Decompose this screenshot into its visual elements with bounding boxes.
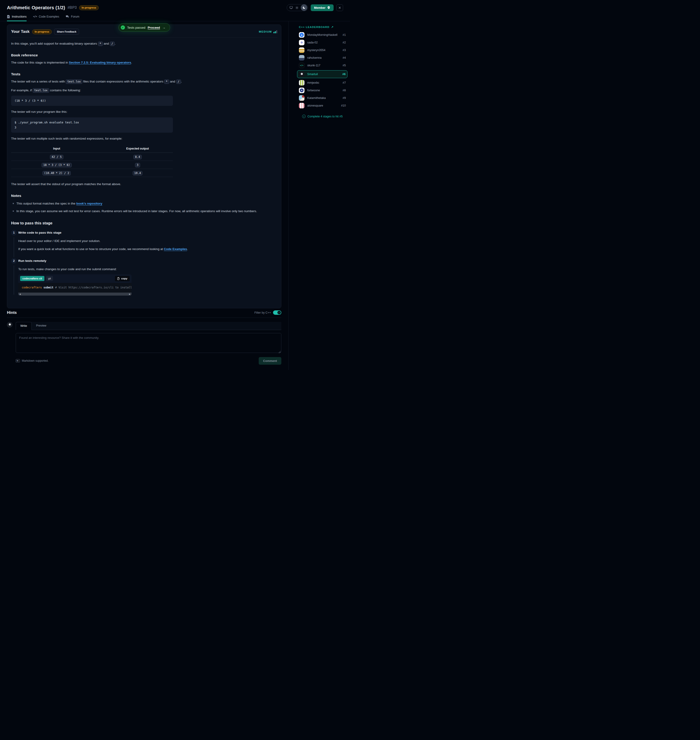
avatar <box>7 322 12 327</box>
inline-code: * <box>98 42 103 46</box>
scroll-right-icon[interactable]: ▶ <box>129 293 130 295</box>
column-header-input: Input <box>11 145 102 153</box>
rank: #8 <box>343 89 346 92</box>
leaderboard-row[interactable]: Katamithetaka #9 <box>299 95 346 101</box>
table-row: (10.40 * 2) / 2 10.4 <box>11 169 173 177</box>
moon-icon[interactable] <box>301 4 307 11</box>
leaderboard-title[interactable]: C++ LEADERBOARD ↗ <box>299 25 346 29</box>
leaderboard-note: i Complete 4 stages to hit #5 <box>299 115 346 118</box>
input-value: (10.40 * 2) / 2 <box>43 171 71 175</box>
inline-code: / <box>110 42 115 46</box>
main-column: ✓ Tests passed Proceed → Your Task In-pr… <box>0 21 289 370</box>
difficulty-label: MEDIUM <box>259 30 272 33</box>
theme-switcher <box>287 4 308 11</box>
task-status-badge: In-progress <box>32 29 52 34</box>
rank: #3 <box>343 48 346 52</box>
tests-paragraph-3: The tester will run your program like th… <box>11 109 277 115</box>
tests-passed-toast: ✓ Tests passed Proceed → <box>118 23 170 32</box>
filter-toggle[interactable]: ✓ <box>273 310 281 315</box>
tab-code-examples[interactable]: </> Code Examples <box>33 15 59 21</box>
status-badge: In-progress <box>79 5 99 10</box>
tab-write[interactable]: Write <box>16 322 32 330</box>
book-reference-paragraph: The code for this stage is implemented i… <box>11 60 277 65</box>
close-icon[interactable] <box>336 4 343 11</box>
code-block-example: (18 * 3 / (3 * 6)) <box>11 96 173 106</box>
member-button[interactable]: Member <box>311 4 334 11</box>
tab-instructions[interactable]: Instructions <box>7 15 26 21</box>
code-examples-link[interactable]: Code Examples <box>164 247 187 251</box>
avatar <box>299 95 304 101</box>
sun-icon[interactable] <box>295 6 299 9</box>
comment-composer: Write Preview M↓ Markdown supported. Com… <box>7 322 281 365</box>
step-2: 2 Run tests remotely To run tests, make … <box>11 258 277 295</box>
rank: #1 <box>343 33 346 37</box>
divider <box>11 37 277 38</box>
avatar <box>299 63 304 68</box>
step-number: 1 <box>11 230 17 235</box>
book-repository-link[interactable]: book's repository <box>76 202 102 205</box>
leaderboard-row[interactable]: rahulsenna #4 <box>299 55 346 60</box>
clipboard-icon <box>117 277 120 280</box>
external-link-icon: ↗ <box>331 25 334 29</box>
section-link[interactable]: Section 7.2.5: Evaluating binary operato… <box>69 61 131 64</box>
copy-label: copy <box>121 277 127 280</box>
monitor-icon[interactable] <box>289 6 293 9</box>
rank: #6 <box>343 73 346 76</box>
cli-header: codecrafters cli git copy <box>18 274 132 283</box>
tab-instructions-label: Instructions <box>12 15 26 18</box>
toggle-check-icon: ✓ <box>277 311 281 314</box>
avatar <box>299 32 304 38</box>
leaderboard-row[interactable]: mmjwxbc #7 <box>299 80 346 85</box>
output-value: 10.4 <box>133 171 143 175</box>
resize-handle[interactable] <box>278 351 281 353</box>
inline-code: test.lox <box>32 88 49 92</box>
title-group: Arithmetic Operators (1/2) #BP3 In-progr… <box>7 5 99 10</box>
tab-forum-label: Forum <box>71 15 79 18</box>
step-number: 2 <box>11 258 17 264</box>
check-circle-icon: ✓ <box>121 25 125 29</box>
leaderboard-list: MondayMorningHaskell #1 sada-02 #2 myste… <box>299 32 346 109</box>
step-1-paragraph-2: If you want a quick look at what functio… <box>18 247 277 252</box>
tests-paragraph-4: The tester will run multiple such tests … <box>11 136 277 141</box>
page-title: Arithmetic Operators (1/2) <box>7 5 65 10</box>
top-bar: Arithmetic Operators (1/2) #BP3 In-progr… <box>0 0 350 11</box>
proceed-link[interactable]: Proceed <box>148 26 160 29</box>
comment-input[interactable] <box>16 333 281 353</box>
copy-button[interactable]: copy <box>115 276 130 281</box>
scroll-left-icon[interactable]: ◀ <box>19 293 21 295</box>
top-controls: Member <box>287 4 343 11</box>
step-1: 1 Write code to pass this stage Head ove… <box>11 230 277 252</box>
rank: #9 <box>343 96 346 100</box>
comment-button[interactable]: Comment <box>259 357 281 365</box>
tab-codecrafters-cli[interactable]: codecrafters cli <box>20 276 44 281</box>
tests-paragraph-5: The tester will assert that the stdout o… <box>11 182 277 187</box>
composer-tabs: Write Preview <box>16 322 281 330</box>
leaderboard-row[interactable]: alonesquare #10 <box>299 103 346 109</box>
markdown-icon: M↓ <box>16 359 20 363</box>
leaderboard-row[interactable]: fortwoone #8 <box>299 88 346 93</box>
leaderboard-row[interactable]: MondayMorningHaskell #1 <box>299 32 346 38</box>
tab-forum[interactable]: Forum <box>66 15 79 21</box>
cli-code-block: codecrafters cli git copy codecrafters s… <box>18 274 132 295</box>
tab-git[interactable]: git <box>46 276 53 281</box>
step-1-title: Write code to pass this stage <box>18 230 277 235</box>
inline-code: test.lox <box>66 79 82 84</box>
code-block-run: $ ./your_program.sh evaluate test.lox 3 <box>11 117 173 133</box>
tab-code-examples-label: Code Examples <box>39 15 59 18</box>
share-feedback-button[interactable]: Share Feedback <box>54 29 79 34</box>
tab-preview[interactable]: Preview <box>32 322 51 330</box>
leaderboard-row[interactable]: mysteryn3554 #3 <box>299 47 346 53</box>
filter-group: Filter by C++ ✓ <box>254 310 281 315</box>
intro-paragraph: In this stage, you'll add support for ev… <box>11 41 277 46</box>
chat-bubbles-icon <box>66 15 69 18</box>
leaderboard-row[interactable]: skunk-117 #5 <box>299 63 346 68</box>
rank: #10 <box>341 104 346 107</box>
horizontal-scrollbar[interactable]: ◀ ▶ <box>18 292 132 295</box>
document-icon <box>7 15 10 18</box>
leaderboard-row[interactable]: sada-02 #2 <box>299 40 346 45</box>
leaderboard-row-current-user[interactable]: Smartuil #6 <box>297 70 347 78</box>
shield-check-icon <box>327 6 330 9</box>
rank: #7 <box>343 81 346 84</box>
table-row: 18 * 3 / (3 * 6) 3 <box>11 161 173 169</box>
book-reference-heading: Book reference <box>11 53 277 57</box>
